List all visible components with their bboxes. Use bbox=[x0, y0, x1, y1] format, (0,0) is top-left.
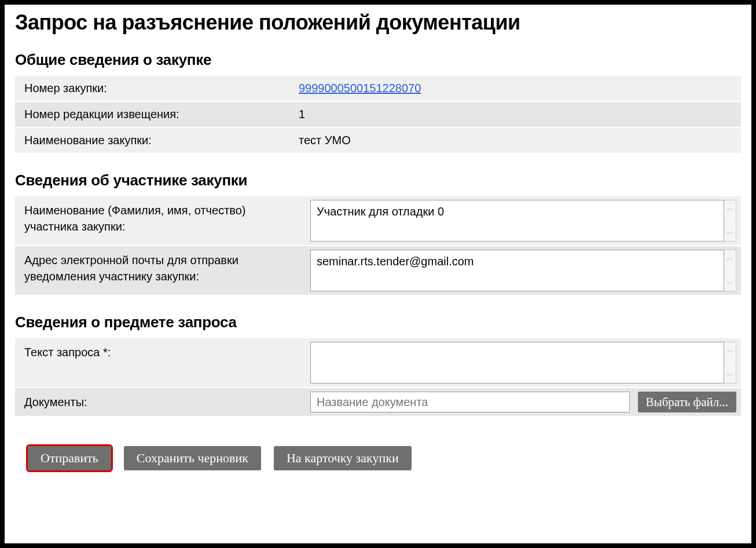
scroll-up-icon: ︿ bbox=[726, 346, 734, 354]
scroll-up-icon: ︿ bbox=[726, 254, 734, 262]
purchase-name-label: Наименование закупки: bbox=[15, 127, 293, 154]
scroll-up-icon: ︿ bbox=[726, 204, 734, 212]
purchase-number-value-cell: 9999000500151228070 bbox=[293, 76, 741, 101]
scrollbar[interactable]: ︿ ﹀ bbox=[724, 250, 736, 291]
choose-file-button[interactable]: Выбрать файл... bbox=[638, 392, 736, 412]
row-request-text: Текст запроса *: ︿ ﹀ bbox=[15, 338, 741, 388]
scroll-down-icon: ﹀ bbox=[726, 229, 734, 238]
page-title: Запрос на разъяснение положений документ… bbox=[15, 10, 741, 35]
notice-revision-value: 1 bbox=[293, 101, 741, 127]
row-purchase-name: Наименование закупки: тест УМО bbox=[15, 127, 741, 154]
action-bar: Отправить Сохранить черновик На карточку… bbox=[15, 446, 741, 470]
row-purchase-number: Номер закупки: 9999000500151228070 bbox=[15, 76, 741, 101]
save-draft-button[interactable]: Сохранить черновик bbox=[124, 446, 261, 470]
documents-label: Документы: bbox=[15, 388, 310, 417]
purchase-number-link[interactable]: 9999000500151228070 bbox=[299, 82, 421, 94]
participant-info-table: Наименование (Фамилия, имя, отчество) уч… bbox=[15, 196, 741, 296]
general-info-table: Номер закупки: 9999000500151228070 Номер… bbox=[15, 76, 741, 154]
request-text-label: Текст запроса *: bbox=[15, 338, 310, 388]
row-notice-revision: Номер редакции извещения: 1 bbox=[15, 101, 741, 127]
submit-button[interactable]: Отправить bbox=[28, 446, 111, 470]
participant-name-label: Наименование (Фамилия, имя, отчество) уч… bbox=[15, 196, 310, 246]
row-participant-name: Наименование (Фамилия, имя, отчество) уч… bbox=[15, 196, 741, 246]
participant-email-textarea[interactable] bbox=[310, 250, 724, 291]
scroll-down-icon: ﹀ bbox=[726, 371, 734, 379]
section-general-heading: Общие сведения о закупке bbox=[15, 51, 741, 69]
page-container: Запрос на разъяснение положений документ… bbox=[5, 5, 751, 543]
participant-name-textarea[interactable] bbox=[310, 200, 724, 242]
scrollbar[interactable]: ︿ ﹀ bbox=[724, 342, 736, 383]
request-text-textarea[interactable] bbox=[310, 342, 724, 383]
notice-revision-label: Номер редакции извещения: bbox=[15, 101, 293, 127]
row-participant-email: Адрес электронной почты для отправки уве… bbox=[15, 246, 741, 295]
row-documents: Документы: Выбрать файл... bbox=[15, 388, 741, 417]
scrollbar[interactable]: ︿ ﹀ bbox=[724, 200, 736, 242]
scroll-down-icon: ﹀ bbox=[726, 279, 734, 287]
section-participant-heading: Сведения об участнике закупки bbox=[15, 171, 741, 189]
to-purchase-card-button[interactable]: На карточку закупки bbox=[274, 446, 412, 470]
request-info-table: Текст запроса *: ︿ ﹀ Документы: Выбрать … bbox=[15, 338, 741, 417]
purchase-number-label: Номер закупки: bbox=[15, 76, 293, 101]
section-request-heading: Сведения о предмете запроса bbox=[15, 313, 741, 331]
participant-email-label: Адрес электронной почты для отправки уве… bbox=[15, 246, 310, 295]
purchase-name-value: тест УМО bbox=[293, 127, 741, 154]
document-name-input[interactable] bbox=[310, 392, 630, 412]
